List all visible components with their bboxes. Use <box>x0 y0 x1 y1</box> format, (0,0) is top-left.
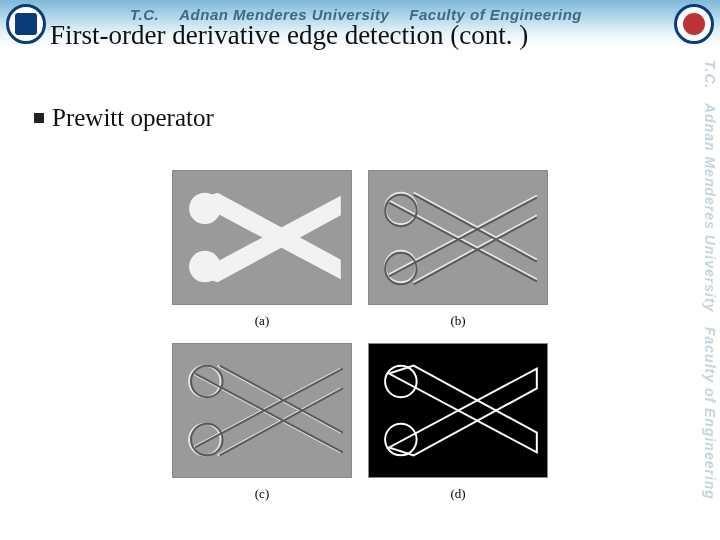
wm-university: Adnan Menderes University <box>690 103 718 312</box>
svg-point-1 <box>189 251 221 283</box>
svg-point-3 <box>385 251 417 283</box>
bullet-item: Prewitt operator <box>34 104 214 132</box>
svg-point-7 <box>189 424 221 456</box>
scissors-emboss-h-icon <box>369 171 547 304</box>
scissors-solid-icon <box>173 171 351 304</box>
wm-tc: T.C. <box>690 60 718 89</box>
wm-faculty: Faculty of Engineering <box>690 327 718 500</box>
university-logo-right <box>674 4 714 44</box>
figure-panel-b <box>368 170 548 305</box>
university-logo-left <box>6 4 46 44</box>
figure-caption-c: (c) <box>172 484 352 510</box>
slide-title: First-order derivative edge detection (c… <box>50 20 528 51</box>
figure-grid: (a) (b) <box>170 170 550 510</box>
figure-panel-d <box>368 343 548 478</box>
figure-caption-b: (b) <box>368 311 548 337</box>
bullet-square-icon <box>34 113 44 123</box>
side-watermark: T.C. Adnan Menderes University Faculty o… <box>690 60 718 530</box>
scissors-outline-icon <box>369 344 547 477</box>
svg-point-6 <box>189 366 221 398</box>
svg-point-4 <box>385 195 417 227</box>
figure-panel-a <box>172 170 352 305</box>
figure-caption-d: (d) <box>368 484 548 510</box>
scissors-emboss-v-icon <box>173 344 351 477</box>
figure-panel-c <box>172 343 352 478</box>
svg-point-0 <box>189 193 221 225</box>
bullet-text: Prewitt operator <box>52 104 214 132</box>
figure-caption-a: (a) <box>172 311 352 337</box>
